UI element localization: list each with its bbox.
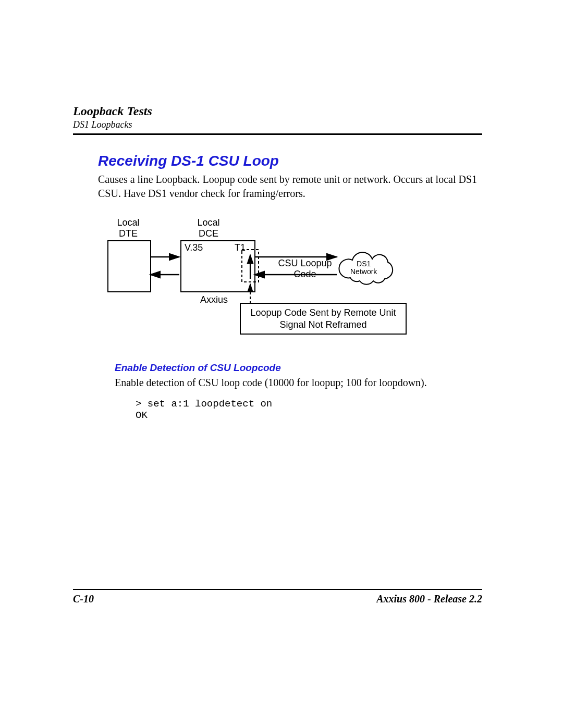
legend-box: Loopup Code Sent by Remote Unit Signal N… <box>240 303 407 335</box>
page-footer: C-10 Axxius 800 - Release 2.2 <box>73 589 482 605</box>
code-block: > set a:1 loopdetect on OK <box>136 398 482 421</box>
page-header-subtitle: DS1 Loopbacks <box>73 119 482 130</box>
subsection-title: Enable Detection of CSU Loopcode <box>115 362 482 374</box>
footer-page-number: C-10 <box>73 593 94 605</box>
footer-release: Axxius 800 - Release 2.2 <box>376 593 482 605</box>
section-body: Causes a line Loopback. Loopup code sent… <box>98 172 482 201</box>
header-rule <box>73 133 482 135</box>
text: Loopup Code Sent by Remote Unit <box>250 307 396 318</box>
loopback-diagram: Local DTE Local DCE V.35 T1 Axxius CSU L… <box>98 217 473 344</box>
section-title: Receiving DS-1 CSU Loop <box>98 153 482 169</box>
page-header-title: Loopback Tests <box>73 104 482 118</box>
footer-rule <box>73 589 482 590</box>
subsection-body: Enable detection of CSU loop code (10000… <box>115 377 482 389</box>
text: Signal Not Reframed <box>279 319 366 330</box>
